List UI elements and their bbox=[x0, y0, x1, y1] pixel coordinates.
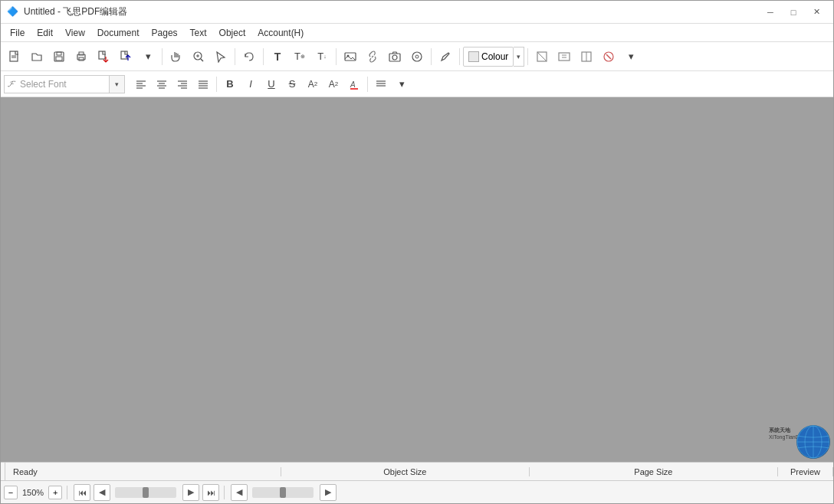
print-button[interactable] bbox=[71, 46, 92, 67]
menu-view[interactable]: View bbox=[59, 24, 91, 41]
font-selector[interactable]: 𝓕 Select Font ▾ bbox=[4, 75, 125, 93]
svg-point-22 bbox=[412, 52, 422, 61]
select-button[interactable] bbox=[210, 46, 231, 67]
hand-tool-button[interactable] bbox=[166, 46, 187, 67]
menu-edit[interactable]: Edit bbox=[31, 24, 59, 41]
tool-r4[interactable] bbox=[598, 46, 619, 67]
colour-button[interactable]: Colour bbox=[463, 47, 514, 67]
align-center-button[interactable] bbox=[152, 74, 172, 94]
image-button[interactable] bbox=[340, 46, 361, 67]
colour-label: Colour bbox=[481, 51, 508, 62]
link-button[interactable] bbox=[362, 46, 383, 67]
separator-4 bbox=[336, 48, 337, 65]
pan-right-button[interactable]: ▶ bbox=[320, 484, 337, 501]
status-bar: Ready Object Size Page Size Preview bbox=[1, 462, 833, 480]
media-button[interactable] bbox=[406, 46, 428, 67]
maximize-button[interactable]: □ bbox=[783, 4, 804, 21]
paragraph-button[interactable] bbox=[371, 74, 391, 94]
page-slider-thumb bbox=[143, 487, 149, 498]
export-more-button[interactable]: ▾ bbox=[137, 46, 159, 67]
bottom-toolbar: − 150% + ⏮ ◀ ▶ ⏭ ◀ ▶ bbox=[1, 480, 833, 503]
minimize-button[interactable]: ─ bbox=[760, 4, 781, 21]
menu-file[interactable]: File bbox=[4, 24, 31, 41]
tool-r1[interactable] bbox=[531, 46, 553, 67]
pen-button[interactable] bbox=[435, 46, 456, 67]
watermark: 系统天地 XiTongTianDi.net bbox=[769, 425, 830, 459]
align-right-button[interactable] bbox=[172, 74, 192, 94]
menu-pages[interactable]: Pages bbox=[146, 24, 184, 41]
subscript-button[interactable]: A2 bbox=[323, 74, 343, 94]
strikethrough-button[interactable]: S bbox=[282, 74, 302, 94]
svg-line-19 bbox=[372, 56, 373, 57]
text-tool-button[interactable]: T bbox=[267, 46, 288, 67]
main-toolbar: ▾ T T⊕ T↓ Colour bbox=[1, 42, 833, 71]
menu-text[interactable]: Text bbox=[184, 24, 213, 41]
bottom-sep-1 bbox=[67, 486, 67, 499]
italic-button[interactable]: I bbox=[241, 74, 261, 94]
align-left-button[interactable] bbox=[131, 74, 151, 94]
separator-3 bbox=[263, 48, 264, 65]
pan-left-button[interactable]: ◀ bbox=[231, 484, 248, 501]
horizontal-slider[interactable] bbox=[252, 487, 314, 498]
zoom-plus-button[interactable]: + bbox=[48, 486, 62, 499]
status-bar-container: Ready Object Size Page Size Preview bbox=[1, 462, 833, 480]
format-sep-3 bbox=[367, 77, 368, 92]
separator-7 bbox=[527, 48, 528, 65]
import-button[interactable] bbox=[115, 46, 136, 67]
svg-line-25 bbox=[537, 52, 547, 61]
status-preview: Preview bbox=[778, 467, 833, 476]
close-button[interactable]: ✕ bbox=[806, 4, 827, 21]
menu-document[interactable]: Document bbox=[91, 24, 146, 41]
svg-rect-5 bbox=[56, 57, 62, 61]
canvas-area: 系统天地 XiTongTianDi.net bbox=[1, 97, 833, 462]
underline-button[interactable]: U bbox=[261, 74, 281, 94]
font-dropdown-arrow[interactable]: ▾ bbox=[109, 76, 124, 93]
text-add-button[interactable]: T↓ bbox=[311, 46, 333, 67]
title-bar: 🔷 Untitled - 飞思PDF编辑器 ─ □ ✕ bbox=[1, 1, 833, 24]
next-page-button[interactable]: ▶ bbox=[182, 484, 199, 501]
text-edit-button[interactable]: T⊕ bbox=[289, 46, 310, 67]
status-ready: Ready bbox=[5, 467, 45, 476]
menu-account[interactable]: Account(H) bbox=[251, 24, 310, 41]
export-button[interactable] bbox=[93, 46, 114, 67]
watermark-globe bbox=[796, 425, 830, 459]
watermark-text1: 系统天地 bbox=[769, 427, 790, 434]
page-slider[interactable] bbox=[115, 487, 176, 498]
open-button[interactable] bbox=[26, 46, 48, 67]
zoom-minus-button[interactable]: − bbox=[4, 486, 18, 499]
bold-button[interactable]: B bbox=[220, 74, 240, 94]
title-bar-left: 🔷 Untitled - 飞思PDF编辑器 bbox=[7, 5, 127, 18]
svg-text:A: A bbox=[350, 80, 356, 89]
horizontal-slider-thumb bbox=[280, 487, 286, 498]
svg-rect-9 bbox=[99, 51, 105, 59]
tool-r2[interactable] bbox=[553, 46, 575, 67]
undo-button[interactable] bbox=[238, 46, 260, 67]
colour-dropdown-button[interactable]: ▾ bbox=[514, 47, 524, 67]
new-button[interactable] bbox=[4, 46, 25, 67]
tool-r3[interactable] bbox=[576, 46, 597, 67]
menu-bar: File Edit View Document Pages Text Objec… bbox=[1, 24, 833, 42]
font-name-input[interactable]: Select Font bbox=[17, 79, 109, 90]
superscript-button[interactable]: A2 bbox=[303, 74, 323, 94]
window-controls: ─ □ ✕ bbox=[760, 4, 827, 21]
app-icon: 🔷 bbox=[7, 6, 19, 18]
svg-rect-11 bbox=[121, 51, 127, 59]
colour-group: Colour ▾ bbox=[463, 47, 524, 67]
paragraph-dropdown-button[interactable]: ▾ bbox=[392, 74, 412, 94]
window-title: Untitled - 飞思PDF编辑器 bbox=[24, 5, 127, 18]
zoom-button[interactable] bbox=[188, 46, 209, 67]
status-page-size: Page Size bbox=[530, 467, 778, 476]
text-color-button[interactable]: A bbox=[344, 74, 364, 94]
svg-point-21 bbox=[392, 55, 397, 60]
menu-object[interactable]: Object bbox=[213, 24, 252, 41]
camera-button[interactable] bbox=[384, 46, 406, 67]
separator-6 bbox=[459, 48, 460, 65]
align-justify-button[interactable] bbox=[193, 74, 213, 94]
last-page-button[interactable]: ⏭ bbox=[202, 484, 219, 501]
separator-5 bbox=[431, 48, 432, 65]
save-button[interactable] bbox=[48, 46, 70, 67]
first-page-button[interactable]: ⏮ bbox=[74, 484, 90, 501]
prev-page-button[interactable]: ◀ bbox=[94, 484, 110, 501]
svg-line-32 bbox=[606, 54, 611, 59]
tool-dropdown[interactable]: ▾ bbox=[620, 46, 642, 67]
